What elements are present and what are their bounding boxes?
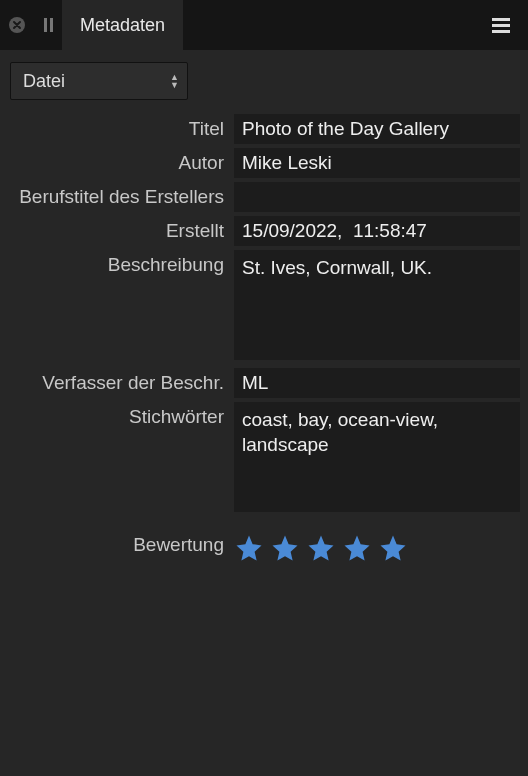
tab-metadata[interactable]: Metadaten [62, 0, 183, 50]
input-description-writer[interactable] [234, 368, 520, 398]
input-created[interactable] [234, 216, 520, 246]
label-rating: Bewertung [6, 530, 224, 556]
label-keywords: Stichwörter [6, 402, 224, 428]
panel-menu-icon[interactable] [486, 0, 516, 50]
toolbar: Datei ▲▼ [0, 50, 528, 110]
star-icon[interactable] [234, 533, 264, 563]
label-description: Beschreibung [6, 250, 224, 276]
metadata-form: Titel Autor Berufstitel des Erstellers E… [0, 110, 528, 566]
section-dropdown[interactable]: Datei ▲▼ [10, 62, 188, 100]
star-icon[interactable] [270, 533, 300, 563]
star-icon[interactable] [342, 533, 372, 563]
label-description-writer: Verfasser der Beschr. [6, 368, 224, 394]
input-creator-job-title[interactable] [234, 182, 520, 212]
label-author: Autor [6, 148, 224, 174]
label-created: Erstellt [6, 216, 224, 242]
metadata-panel: Metadaten Datei ▲▼ Titel Autor Ber [0, 0, 528, 776]
input-author[interactable] [234, 148, 520, 178]
dock-icon[interactable] [34, 0, 62, 50]
input-description[interactable]: St. Ives, Cornwall, UK. [234, 250, 520, 360]
rating-stars [234, 530, 520, 566]
input-keywords[interactable]: coast, bay, ocean-view, landscape [234, 402, 520, 512]
top-bar: Metadaten [0, 0, 528, 50]
label-creator-job-title: Berufstitel des Erstellers [6, 182, 224, 208]
label-title: Titel [6, 114, 224, 140]
input-title[interactable] [234, 114, 520, 144]
dropdown-label: Datei [23, 71, 65, 92]
star-icon[interactable] [306, 533, 336, 563]
tab-label: Metadaten [80, 15, 165, 36]
close-icon[interactable] [0, 0, 34, 50]
star-icon[interactable] [378, 533, 408, 563]
chevron-updown-icon: ▲▼ [170, 74, 179, 89]
